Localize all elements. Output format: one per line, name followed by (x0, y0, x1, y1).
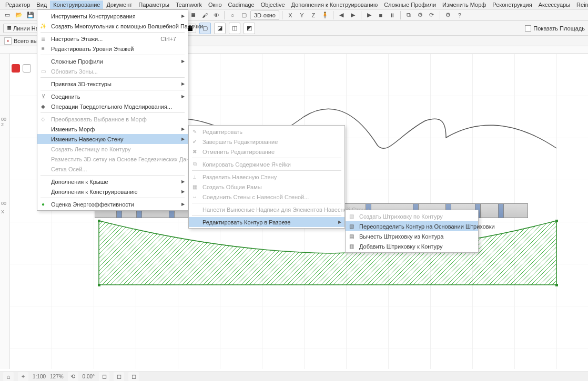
mi-tools[interactable]: Инструменты Конструирования (37, 11, 188, 21)
tb-gear[interactable]: ⚙ (443, 11, 453, 20)
mi-modify-morph[interactable]: Изменить Морф (37, 124, 188, 134)
tb-axis-z[interactable]: Z (308, 11, 319, 20)
ruler-tick: 00 (1, 201, 6, 206)
tb-file[interactable]: ▭ (2, 11, 13, 20)
ruler-vertical: 00 2 00 X (0, 54, 9, 369)
menu-objective[interactable]: Objective (258, 1, 288, 9)
mi-roof-extras[interactable]: Дополнения к Крыше (37, 177, 188, 187)
sb-icon-6[interactable]: ◻ (128, 372, 139, 382)
sb-icon-4[interactable]: ◻ (99, 372, 109, 382)
mi-hatch-add[interactable]: ▥Добавить Штриховку к Контуру (346, 241, 478, 251)
tb-square[interactable]: ▢ (239, 11, 249, 20)
tb-stop[interactable]: ■ (376, 11, 386, 20)
mi-grid-axes: Сетка Осей... (37, 164, 188, 174)
tb-save[interactable]: 💾 (25, 11, 36, 20)
mi-magic-poly[interactable]: ✨Создать Многоугольник с помощью Волшебн… (37, 21, 188, 31)
menu-redactor[interactable]: Редактор (2, 1, 33, 9)
svg-rect-4 (555, 284, 558, 286)
mi-cw-labels: Нанести Выносные Надписи для Элементов Н… (189, 204, 344, 214)
frame-icon: ▦ (191, 183, 198, 190)
menu-profiles[interactable]: Сложные Профили (381, 1, 439, 9)
tb-axis-x[interactable]: X (285, 11, 296, 20)
sb-icon-3[interactable]: ⟲ (68, 372, 78, 382)
mi-stories[interactable]: ≣Настроить Этажи...Ctrl+7 (37, 34, 188, 44)
tb-arr-r[interactable]: ▶ (348, 11, 358, 20)
sb-zoom[interactable]: 1:100 (33, 374, 46, 379)
menu-recon[interactable]: Реконструкция (489, 1, 535, 9)
sb-icon-5[interactable]: ◻ (114, 372, 124, 382)
mi-stair-by-contour: Создать Лестницу по Контуру (37, 144, 188, 154)
hatch-new-icon: ▨ (348, 212, 355, 220)
tb-person[interactable]: 🧍 (320, 11, 330, 20)
mi-update-zones: ▭Обновить Зоны... (37, 66, 188, 76)
geom-mode-3[interactable]: ◫ (229, 23, 240, 34)
mi-cw-finish: ✔Завершить Редактирование (189, 137, 344, 147)
energy-icon: ● (39, 200, 47, 208)
mi-connect[interactable]: ⊻Соединить (37, 91, 188, 101)
menu-teamwork[interactable]: Teamwork (173, 1, 205, 9)
tb-play[interactable]: ▶ (364, 11, 374, 20)
ruler-tick: X (1, 209, 4, 214)
menu-design[interactable]: Конструирование (50, 1, 103, 9)
tb-arr-l[interactable]: ◀ (336, 11, 347, 20)
menubar: Редактор Вид Конструирование Документ Па… (0, 0, 588, 9)
show-area-toggle[interactable]: Показать Площадь (525, 25, 585, 32)
mi-solid-ops[interactable]: ◆Операции Твердотельного Моделирования..… (37, 101, 188, 111)
layer-icon: ≣ (7, 25, 12, 32)
tb-open[interactable]: 📂 (14, 11, 24, 20)
mi-complex-profiles[interactable]: Сложные Профили (37, 56, 188, 66)
sep (333, 11, 333, 19)
mi-hatch-subtract[interactable]: ▤Вычесть Штриховку из Контура (346, 231, 478, 241)
sb-icon-1[interactable]: ⌂ (3, 372, 14, 382)
geom-mode-4[interactable]: ◩ (244, 23, 255, 34)
sep (224, 11, 225, 19)
svg-rect-1 (98, 220, 100, 222)
panel-close[interactable]: × (4, 37, 12, 45)
tb-sync[interactable]: ⟳ (427, 11, 437, 20)
menu-cadimage[interactable]: Cadimage (225, 1, 258, 9)
mi-cw-cancel: ✖Отменить Редактирование (189, 147, 344, 157)
sb-icon-2[interactable]: ⌖ (18, 372, 28, 382)
menu-window[interactable]: Окно (205, 1, 225, 9)
menu-morph[interactable]: Изменить Морф (439, 1, 489, 9)
join-icon: ⊻ (39, 92, 47, 100)
menu-reinforce[interactable]: Reinforcement (573, 1, 588, 9)
tb-axis-y[interactable]: Y (297, 11, 307, 20)
tb-help[interactable]: ? (454, 11, 465, 20)
zone-icon: ▭ (39, 67, 47, 75)
tb-settings[interactable]: ⚙ (415, 11, 425, 20)
curtain-wall-submenu: ✎Редактировать ✔Завершить Редактирование… (188, 125, 345, 229)
hatch-sub-icon: ▤ (348, 232, 355, 240)
tb-paint[interactable]: 🖌 (199, 11, 210, 20)
mi-cw-joinwalls: ↔Соединить Стены с Навесной Стеной... (189, 192, 344, 202)
mi-modify-curtain-wall[interactable]: Изменить Навесную Стену (37, 134, 188, 144)
menu-view[interactable]: Вид (33, 1, 50, 9)
geom-mode-2[interactable]: ◪ (214, 23, 226, 34)
mi-cw-edit-contour[interactable]: Редактировать Контур в Разрезе (189, 217, 344, 227)
mi-hatch-new: ▨Создать Штриховку по Контуру (346, 211, 478, 221)
design-menu: Инструменты Конструирования ✨Создать Мно… (37, 9, 188, 211)
mi-3d-texture[interactable]: Привязка 3D-текстуры (37, 79, 188, 89)
tb-circle[interactable]: ○ (227, 11, 238, 20)
tb-layer[interactable]: ≣ (188, 11, 198, 20)
status-bar: ⌂ ⌖ 1:100 127% ⟲ 0.00° ◻ ◻ ◻ (0, 372, 588, 381)
mi-energy[interactable]: ●Оценка Энергоэффективности (37, 199, 188, 209)
tb-3d-label[interactable]: 3D-окно (250, 11, 279, 20)
contour-submenu: ▨Создать Штриховку по Контуру ▧Переопред… (345, 210, 479, 253)
tb-pause[interactable]: ⏸ (387, 11, 398, 20)
menu-extras[interactable]: Дополнения к Конструированию (288, 1, 381, 9)
mi-convert-morph: ◇Преобразовать Выбранное в Морф (37, 114, 188, 124)
menu-accessories[interactable]: Аксессуары (535, 1, 573, 9)
mi-hatch-redefine[interactable]: ▧Переопределить Контур на Основании Штри… (346, 221, 478, 231)
cancel-icon: ✖ (191, 148, 198, 155)
tb-copy[interactable]: ⧉ (403, 11, 414, 20)
checkbox-icon (525, 25, 531, 32)
tb-eye[interactable]: 👁 (211, 11, 221, 20)
menu-document[interactable]: Документ (103, 1, 135, 9)
mi-edit-levels[interactable]: ≡Редактировать Уровни Этажей (37, 44, 188, 54)
mi-design-extras[interactable]: Дополнения к Конструированию (37, 187, 188, 197)
menu-params[interactable]: Параметры (135, 1, 173, 9)
sep (400, 11, 401, 19)
joinw-icon: ↔ (191, 193, 198, 200)
sb-angle[interactable]: 127% (50, 374, 64, 379)
